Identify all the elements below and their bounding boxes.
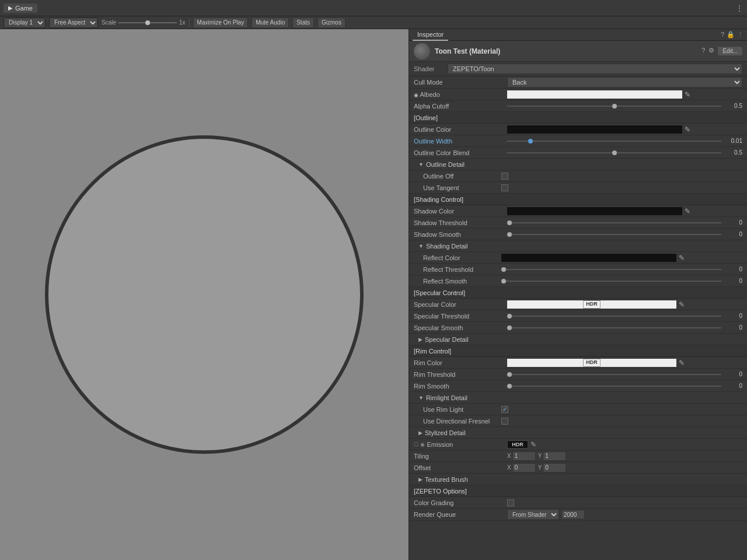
- specular-color-swatch[interactable]: HDR: [507, 300, 676, 309]
- stylized-detail-arrow: ▶: [418, 430, 423, 436]
- rim-color-swatch[interactable]: HDR: [507, 359, 676, 367]
- shader-select[interactable]: ZEPETO/Toon: [448, 64, 742, 74]
- rim-hdr-btn[interactable]: HDR: [583, 359, 601, 367]
- specular-threshold-value: 0: [507, 313, 742, 319]
- outline-color-swatch[interactable]: [507, 125, 682, 134]
- alpha-cutoff-slider[interactable]: [507, 106, 721, 107]
- shading-section-header[interactable]: [Shading Control]: [409, 194, 747, 205]
- specular-color-value: HDR ✎: [507, 300, 742, 309]
- emission-hdr-swatch[interactable]: HDR: [507, 440, 528, 449]
- outline-detail-label: Outline Detail: [426, 161, 465, 168]
- outline-color-edit-icon[interactable]: ✎: [685, 125, 693, 134]
- material-info: Toon Test (Material): [435, 47, 500, 55]
- outline-detail-header[interactable]: ▼ Outline Detail: [409, 159, 747, 170]
- offset-x-field: X 0: [507, 463, 536, 473]
- specular-smooth-number: 0: [724, 324, 742, 331]
- stylized-detail-header[interactable]: ▶ Stylized Detail: [409, 427, 747, 439]
- display-select[interactable]: Display 1: [4, 18, 46, 28]
- reflect-smooth-slider[interactable]: [501, 281, 721, 282]
- shadow-threshold-value: 0: [507, 219, 742, 226]
- material-settings-icon[interactable]: ⚙: [708, 47, 714, 55]
- reflect-color-edit-icon[interactable]: ✎: [679, 254, 687, 262]
- reflect-threshold-number: 0: [724, 266, 742, 272]
- edit-button[interactable]: Edit...: [718, 47, 742, 55]
- shadow-smooth-slider[interactable]: [507, 234, 721, 235]
- rim-threshold-slider[interactable]: [507, 374, 721, 375]
- offset-x-input[interactable]: 0: [512, 463, 536, 473]
- mute-audio-btn[interactable]: Mute Audio: [252, 18, 289, 28]
- emission-value: HDR ✎: [507, 440, 742, 449]
- use-tangent-checkbox[interactable]: [501, 184, 508, 191]
- specular-section-label: [Specular Control]: [414, 289, 465, 296]
- cull-mode-select[interactable]: Back: [507, 77, 742, 88]
- material-help-icon[interactable]: ?: [701, 47, 705, 55]
- render-queue-value: From Shader 2000: [507, 509, 742, 520]
- rimlight-detail-header[interactable]: ▼ Rimlight Detail: [409, 392, 747, 404]
- more-icon[interactable]: ⋮: [737, 31, 743, 38]
- shading-detail-header[interactable]: ▼ Shading Detail: [409, 240, 747, 252]
- tiling-xy-group: X 1 Y 1: [507, 452, 742, 461]
- toon-circle-svg: [29, 120, 379, 470]
- outline-width-label: Outline Width: [414, 138, 507, 145]
- aspect-select[interactable]: Free Aspect: [49, 18, 98, 28]
- game-tab[interactable]: ▶ Game: [4, 4, 37, 13]
- outline-section-header[interactable]: [Outline]: [409, 112, 747, 124]
- dots-menu[interactable]: ⋮: [735, 4, 743, 13]
- albedo-swatch[interactable]: [507, 90, 682, 99]
- shadow-threshold-slider[interactable]: [507, 222, 721, 223]
- specular-detail-arrow: ▶: [418, 337, 423, 342]
- outline-color-blend-slider[interactable]: [507, 152, 721, 153]
- stylized-detail-label: Stylized Detail: [425, 429, 466, 436]
- use-directional-fresnel-checkbox[interactable]: [501, 418, 508, 425]
- rim-color-edit-icon[interactable]: ✎: [679, 359, 687, 367]
- render-queue-select[interactable]: From Shader: [507, 509, 559, 520]
- textured-brush-header[interactable]: ▶ Textured Brush: [409, 474, 747, 485]
- render-queue-input[interactable]: 2000: [561, 510, 585, 519]
- reflect-threshold-slider[interactable]: [501, 269, 721, 270]
- shadow-smooth-label: Shadow Smooth: [414, 231, 507, 238]
- rim-section-header[interactable]: [Rim Control]: [409, 345, 747, 357]
- rim-smooth-slider[interactable]: [507, 386, 721, 387]
- specular-smooth-slider[interactable]: [507, 327, 721, 328]
- lock-icon[interactable]: 🔒: [727, 31, 735, 38]
- reflect-color-swatch[interactable]: [501, 254, 676, 262]
- specular-hdr-btn[interactable]: HDR: [583, 300, 601, 309]
- shadow-color-value: ✎: [507, 207, 742, 215]
- outline-color-blend-value: 0.5: [507, 149, 742, 156]
- rim-smooth-number: 0: [724, 383, 742, 389]
- use-rim-light-row: Use Rim Light ✓: [409, 404, 747, 415]
- specular-color-edit-icon[interactable]: ✎: [679, 300, 687, 309]
- reflect-threshold-label: Reflect Threshold: [414, 266, 501, 273]
- tiling-label: Tiling: [414, 453, 507, 460]
- shadow-color-swatch[interactable]: [507, 207, 682, 215]
- emission-edit-icon[interactable]: ✎: [530, 440, 539, 449]
- tiling-x-label: X: [507, 453, 511, 459]
- inspector-content[interactable]: Cull Mode Back ◉ Albedo ✎ Alp: [409, 76, 747, 560]
- shadow-smooth-number: 0: [724, 231, 742, 237]
- specular-threshold-slider[interactable]: [507, 316, 721, 317]
- stats-btn[interactable]: Stats: [292, 18, 314, 28]
- rim-threshold-number: 0: [724, 371, 742, 377]
- outline-off-checkbox[interactable]: [501, 173, 508, 180]
- shadow-color-edit-icon[interactable]: ✎: [685, 207, 693, 215]
- gizmos-btn[interactable]: Gizmos: [317, 18, 345, 28]
- help-icon[interactable]: ?: [721, 31, 724, 38]
- rim-smooth-label: Rim Smooth: [414, 383, 507, 390]
- reflect-threshold-value: 0: [501, 266, 742, 272]
- offset-y-input[interactable]: 0: [543, 463, 566, 473]
- inspector-tab[interactable]: Inspector: [413, 29, 448, 41]
- tiling-x-input[interactable]: 1: [512, 452, 536, 461]
- tiling-y-input[interactable]: 1: [543, 452, 566, 461]
- specular-detail-header[interactable]: ▶ Specular Detail: [409, 334, 747, 345]
- reflect-color-value: ✎: [501, 254, 742, 262]
- maximize-on-play-btn[interactable]: Maximize On Play: [193, 18, 249, 28]
- albedo-edit-icon[interactable]: ✎: [685, 90, 693, 99]
- use-rim-light-checkbox[interactable]: ✓: [501, 406, 508, 413]
- outline-width-slider[interactable]: [507, 141, 721, 142]
- specular-section-header[interactable]: [Specular Control]: [409, 287, 747, 299]
- zepeto-options-header[interactable]: [ZEPETO Options]: [409, 485, 747, 497]
- scale-slider[interactable]: [118, 22, 177, 23]
- reflect-smooth-number: 0: [724, 278, 742, 284]
- outline-off-row: Outline Off: [409, 170, 747, 182]
- color-grading-checkbox[interactable]: [507, 499, 514, 506]
